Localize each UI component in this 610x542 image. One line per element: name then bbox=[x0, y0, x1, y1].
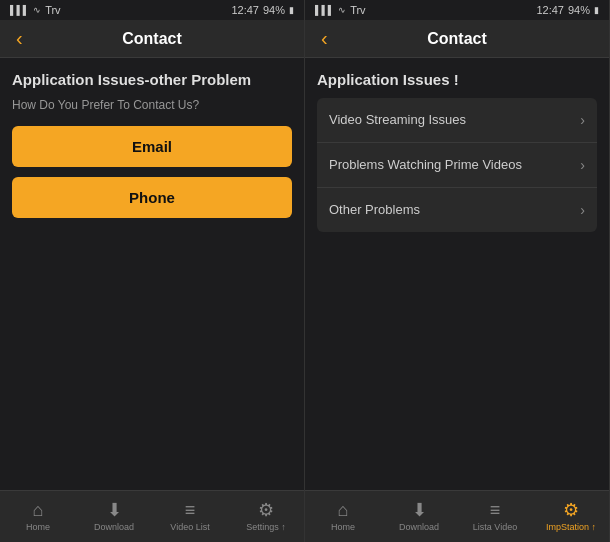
left-nav-bar: ‹ Contact bbox=[0, 20, 304, 58]
left-tab-bar: ⌂ Home ⬇ Download ≡ Video List ⚙ Setting… bbox=[0, 490, 304, 542]
chevron-icon-other: › bbox=[580, 202, 585, 218]
right-status-right: 12:47 94% ▮ bbox=[536, 4, 599, 16]
left-tab-settings[interactable]: ⚙ Settings ↑ bbox=[228, 491, 304, 542]
right-panel: ▌▌▌ ∿ Trv 12:47 94% ▮ ‹ Contact Applicat… bbox=[305, 0, 610, 542]
left-panel: ▌▌▌ ∿ Trv 12:47 94% ▮ ‹ Contact Applicat… bbox=[0, 0, 305, 542]
left-wifi-icon: ∿ bbox=[33, 5, 41, 15]
right-wifi-icon: ∿ bbox=[338, 5, 346, 15]
left-battery-icon: ▮ bbox=[289, 5, 294, 15]
right-battery: 94% bbox=[568, 4, 590, 16]
left-status-bar: ▌▌▌ ∿ Trv 12:47 94% ▮ bbox=[0, 0, 304, 20]
right-time: 12:47 bbox=[536, 4, 564, 16]
left-nav-title: Contact bbox=[122, 30, 182, 48]
left-tab-home-label: Home bbox=[26, 522, 50, 532]
left-tab-download-label: Download bbox=[94, 522, 134, 532]
left-back-button[interactable]: ‹ bbox=[10, 27, 29, 50]
left-status-right: 12:47 94% ▮ bbox=[231, 4, 294, 16]
right-heading: Application Issues ! bbox=[317, 70, 597, 90]
chevron-icon-streaming: › bbox=[580, 112, 585, 128]
chevron-icon-prime: › bbox=[580, 157, 585, 173]
right-tab-impstation[interactable]: ⚙ ImpStation ↑ bbox=[533, 491, 609, 542]
right-download-icon: ⬇ bbox=[412, 501, 427, 519]
left-tab-settings-label: Settings ↑ bbox=[246, 522, 286, 532]
right-tab-listavideo[interactable]: ≡ Lista Video bbox=[457, 491, 533, 542]
right-home-icon: ⌂ bbox=[338, 501, 349, 519]
right-tab-listavideo-label: Lista Video bbox=[473, 522, 517, 532]
right-status-bar: ▌▌▌ ∿ Trv 12:47 94% ▮ bbox=[305, 0, 609, 20]
right-tab-download-label: Download bbox=[399, 522, 439, 532]
issue-item-streaming[interactable]: Video Streaming Issues › bbox=[317, 98, 597, 143]
settings-icon: ⚙ bbox=[258, 501, 274, 519]
right-tab-download[interactable]: ⬇ Download bbox=[381, 491, 457, 542]
left-tab-home[interactable]: ⌂ Home bbox=[0, 491, 76, 542]
left-status-left: ▌▌▌ ∿ Trv bbox=[10, 4, 61, 16]
right-listavideo-icon: ≡ bbox=[490, 501, 501, 519]
left-tab-videolist[interactable]: ≡ Video List bbox=[152, 491, 228, 542]
right-tab-bar: ⌂ Home ⬇ Download ≡ Lista Video ⚙ ImpSta… bbox=[305, 490, 609, 542]
left-signal: ▌▌▌ bbox=[10, 5, 29, 15]
issues-list: Video Streaming Issues › Problems Watchi… bbox=[317, 98, 597, 232]
issue-label-other: Other Problems bbox=[329, 202, 420, 217]
issue-label-streaming: Video Streaming Issues bbox=[329, 112, 466, 127]
left-tab-download[interactable]: ⬇ Download bbox=[76, 491, 152, 542]
right-nav-title: Contact bbox=[427, 30, 487, 48]
right-status-left: ▌▌▌ ∿ Trv bbox=[315, 4, 366, 16]
videolist-icon: ≡ bbox=[185, 501, 196, 519]
right-nav-bar: ‹ Contact bbox=[305, 20, 609, 58]
right-tab-impstation-label: ImpStation ↑ bbox=[546, 522, 596, 532]
phone-button[interactable]: Phone bbox=[12, 177, 292, 218]
left-battery: 94% bbox=[263, 4, 285, 16]
left-heading: Application Issues-other Problem bbox=[12, 70, 292, 90]
left-content: Application Issues-other Problem How Do … bbox=[0, 58, 304, 490]
right-battery-icon: ▮ bbox=[594, 5, 599, 15]
home-icon: ⌂ bbox=[33, 501, 44, 519]
right-signal-label: Trv bbox=[350, 4, 365, 16]
email-button[interactable]: Email bbox=[12, 126, 292, 167]
left-tab-videolist-label: Video List bbox=[170, 522, 209, 532]
right-content: Application Issues ! Video Streaming Iss… bbox=[305, 58, 609, 490]
issue-item-other[interactable]: Other Problems › bbox=[317, 188, 597, 232]
right-tab-home-label: Home bbox=[331, 522, 355, 532]
left-subtitle: How Do You Prefer To Contact Us? bbox=[12, 98, 292, 112]
right-signal: ▌▌▌ bbox=[315, 5, 334, 15]
right-tab-home[interactable]: ⌂ Home bbox=[305, 491, 381, 542]
download-icon: ⬇ bbox=[107, 501, 122, 519]
issue-item-prime[interactable]: Problems Watching Prime Videos › bbox=[317, 143, 597, 188]
left-signal-label: Trv bbox=[45, 4, 60, 16]
right-impstation-icon: ⚙ bbox=[563, 501, 579, 519]
right-back-button[interactable]: ‹ bbox=[315, 27, 334, 50]
left-time: 12:47 bbox=[231, 4, 259, 16]
issue-label-prime: Problems Watching Prime Videos bbox=[329, 157, 522, 172]
